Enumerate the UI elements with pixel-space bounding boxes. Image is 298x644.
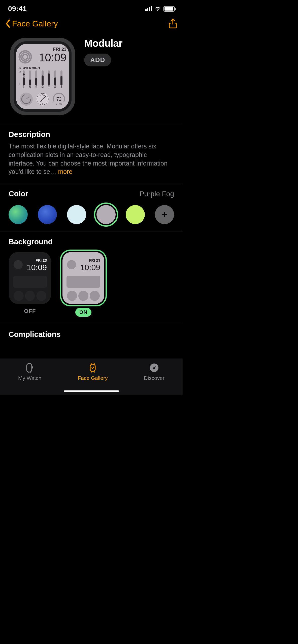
description-heading: Description — [9, 130, 174, 139]
color-swatch-lime[interactable] — [126, 205, 145, 224]
color-swatch-add[interactable]: + — [155, 205, 174, 224]
tab-my-watch-label: My Watch — [18, 375, 42, 381]
svg-rect-66 — [27, 364, 32, 372]
background-heading: Background — [9, 237, 174, 246]
svg-rect-67 — [32, 366, 33, 369]
tab-my-watch[interactable]: My Watch — [18, 363, 42, 381]
wifi-icon — [154, 6, 161, 11]
svg-text:S: S — [36, 86, 37, 89]
svg-text:10:09: 10:09 — [27, 263, 47, 272]
svg-rect-62 — [67, 276, 100, 288]
color-selected-value: Purple Fog — [140, 190, 174, 198]
back-button[interactable]: Face Gallery — [6, 19, 58, 28]
color-swatch-light-blue[interactable] — [67, 205, 86, 224]
tab-face-gallery[interactable]: Face Gallery — [78, 363, 108, 381]
description-text: The most flexible digital-style face, Mo… — [9, 142, 174, 176]
share-button[interactable] — [169, 19, 177, 29]
color-section: Color Purple Fog + — [0, 183, 183, 231]
svg-text:CUP: CUP — [41, 95, 45, 97]
svg-text:FRI 23: FRI 23 — [36, 258, 47, 262]
svg-point-64 — [78, 291, 88, 301]
svg-text:FRI 23: FRI 23 — [53, 47, 67, 52]
svg-text:S: S — [29, 86, 31, 89]
add-button[interactable]: ADD — [84, 54, 111, 66]
tab-bar: My Watch Face Gallery Discover — [0, 358, 183, 395]
chevron-left-icon — [6, 19, 11, 28]
svg-text:72: 72 — [56, 97, 61, 102]
svg-point-65 — [90, 291, 100, 301]
background-on-label: ON — [75, 308, 91, 317]
svg-text:T: T — [48, 86, 50, 89]
battery-icon — [163, 6, 175, 12]
watch-face-title: Modular — [84, 38, 174, 49]
color-heading: Color — [9, 189, 28, 198]
complications-section: Complications — [0, 324, 183, 339]
svg-text:T: T — [61, 86, 62, 89]
complications-heading: Complications — [9, 330, 174, 339]
watch-face-preview: FRI 23 10:09 ▸ UVI 6 HIGH 11 0 — [9, 36, 77, 117]
svg-text:F: F — [23, 86, 24, 89]
status-icons — [145, 6, 175, 12]
color-swatch-purple-fog[interactable] — [96, 205, 116, 224]
svg-text:UVI 6 HIGH: UVI 6 HIGH — [23, 66, 40, 70]
svg-text:0: 0 — [19, 83, 20, 86]
svg-text:▸: ▸ — [19, 66, 22, 70]
home-indicator[interactable] — [64, 390, 119, 392]
svg-text:W: W — [54, 86, 56, 89]
tab-face-gallery-label: Face Gallery — [78, 375, 108, 381]
cellular-icon — [145, 6, 152, 11]
svg-text:FRI 23: FRI 23 — [89, 258, 100, 262]
svg-point-55 — [14, 291, 24, 301]
svg-point-63 — [67, 291, 77, 301]
svg-text:64: 64 — [56, 103, 58, 105]
background-option-on[interactable]: FRI 23 10:09 ON — [62, 252, 105, 317]
compass-icon — [149, 363, 159, 373]
svg-text:11: 11 — [19, 70, 21, 73]
svg-text:10:09: 10:09 — [80, 263, 100, 272]
svg-point-26 — [23, 73, 25, 75]
watch-icon — [24, 363, 35, 373]
status-bar: 09:41 — [0, 0, 183, 16]
svg-text:88: 88 — [59, 103, 62, 105]
svg-rect-54 — [13, 276, 47, 288]
more-link[interactable]: more — [56, 168, 73, 175]
background-off-label: OFF — [24, 308, 36, 314]
face-gallery-icon — [87, 363, 98, 373]
status-time: 09:41 — [8, 5, 27, 13]
svg-rect-58 — [62, 252, 104, 304]
hero-row: FRI 23 10:09 ▸ UVI 6 HIGH 11 0 — [0, 33, 183, 124]
back-label: Face Gallery — [12, 19, 58, 28]
color-swatch-green-gradient[interactable] — [9, 205, 28, 224]
tab-discover-label: Discover — [144, 375, 164, 381]
description-section: Description The most flexible digital-st… — [0, 124, 183, 183]
svg-text:M: M — [42, 86, 44, 89]
background-option-off[interactable]: FRI 23 10:09 OFF — [9, 252, 51, 317]
nav-bar: Face Gallery — [0, 16, 183, 33]
svg-point-56 — [25, 291, 35, 301]
background-section: Background FRI 23 10:09 OFF — [0, 231, 183, 324]
svg-point-51 — [14, 260, 23, 269]
tab-discover[interactable]: Discover — [144, 363, 164, 381]
svg-point-57 — [36, 291, 46, 301]
svg-text:10:09: 10:09 — [39, 51, 67, 64]
color-swatch-blue[interactable] — [38, 205, 57, 224]
svg-point-59 — [67, 260, 76, 269]
